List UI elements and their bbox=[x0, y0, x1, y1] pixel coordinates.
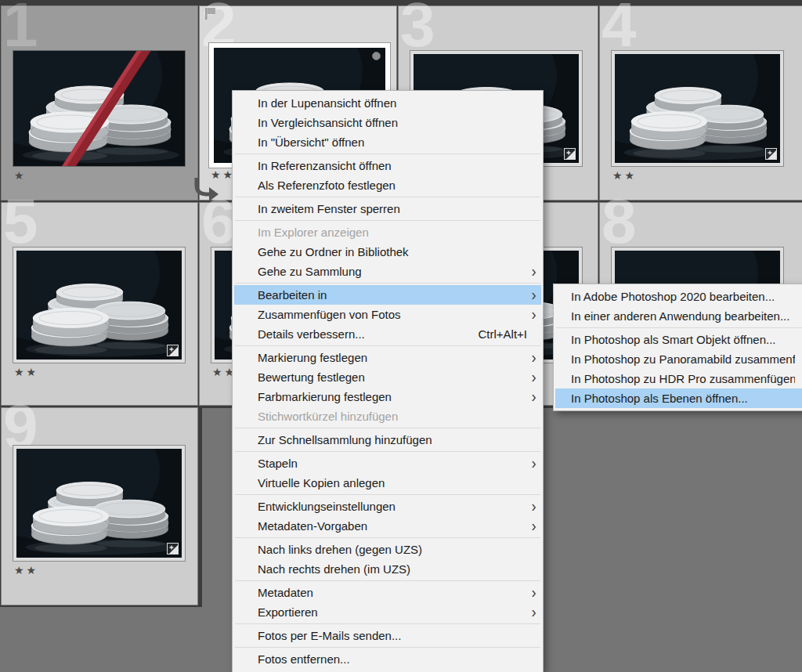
menu-item[interactable]: Virtuelle Kopien anlegen bbox=[234, 473, 541, 493]
menu-item-label: Fotos per E-Mails senden... bbox=[258, 629, 522, 642]
star-rating[interactable]: ★★ bbox=[612, 169, 637, 182]
menu-item-label: Metadaten-Vorgaben bbox=[258, 519, 522, 533]
chevron-right-icon: › bbox=[531, 453, 536, 471]
chevron-right-icon: › bbox=[531, 348, 536, 366]
menu-item[interactable]: Bearbeiten in › bbox=[234, 285, 541, 305]
menu-item-label: Fotos entfernen... bbox=[258, 652, 522, 666]
menu-item-label: In Photoshop als Ebenen öffnen... bbox=[571, 392, 795, 405]
menu-item[interactable]: Bewertung festlegen › bbox=[234, 367, 541, 387]
menu-item[interactable]: In der Lupenansicht öffnen bbox=[234, 93, 541, 113]
menu-item-label: In einer anderen Anwendung bearbeiten... bbox=[571, 309, 795, 323]
menu-item-label: Gehe zu Sammlung bbox=[258, 265, 522, 278]
chevron-right-icon: › bbox=[531, 305, 536, 323]
menu-item-label: Nach rechts drehen (im UZS) bbox=[258, 562, 522, 576]
adjustments-badge-icon bbox=[765, 148, 777, 160]
menu-item-label: In Photoshop zu Panoramabild zusammenfüg… bbox=[571, 352, 795, 366]
menu-item[interactable]: Farbmarkierung festlegen › bbox=[234, 387, 541, 406]
star-rating[interactable]: ★ bbox=[14, 169, 27, 182]
menu-item[interactable]: Metadaten-Vorgaben › bbox=[234, 516, 541, 536]
star-rating[interactable]: ★★ bbox=[14, 564, 38, 576]
adjustments-badge-icon bbox=[167, 543, 179, 555]
menu-item[interactable]: In einer anderen Anwendung bearbeiten... bbox=[555, 306, 802, 326]
menu-item[interactable]: Gehe zu Ordner in Bibliothek bbox=[234, 242, 541, 262]
menu-item-label: Farbmarkierung festlegen bbox=[258, 390, 522, 403]
photo-thumbnail[interactable] bbox=[611, 50, 784, 167]
photo-thumbnail[interactable] bbox=[13, 50, 186, 167]
menu-item-label: Exportieren bbox=[258, 605, 522, 619]
menu-item: Im Explorer anzeigen bbox=[234, 222, 541, 242]
chevron-right-icon: › bbox=[531, 285, 536, 303]
menu-item[interactable]: In Photoshop zu HDR Pro zusammenfügen... bbox=[555, 369, 802, 388]
menu-item-label: In Photoshop zu HDR Pro zusammenfügen... bbox=[571, 372, 795, 385]
menu-item[interactable]: Entwicklungseinstellungen › bbox=[234, 497, 541, 516]
menu-separator bbox=[556, 327, 802, 328]
menu-item[interactable]: Zusammenfügen von Fotos › bbox=[234, 305, 541, 324]
chevron-right-icon: › bbox=[531, 583, 536, 601]
menu-item[interactable]: In Referenzansicht öffnen bbox=[234, 156, 541, 175]
menu-item[interactable]: In Vergleichsansicht öffnen bbox=[234, 113, 541, 132]
adjustments-badge-icon bbox=[564, 148, 576, 160]
menu-item-label: Im Explorer anzeigen bbox=[258, 226, 522, 239]
menu-item-label: In Referenzansicht öffnen bbox=[258, 159, 522, 172]
menu-separator bbox=[235, 494, 540, 495]
menu-item-label: Zusammenfügen von Fotos bbox=[258, 308, 522, 321]
menu-item: Stichwortkürzel hinzufügen bbox=[234, 406, 541, 426]
menu-item-label: Als Referenzfoto festlegen bbox=[258, 179, 522, 192]
adjustments-badge-icon bbox=[167, 345, 179, 356]
menu-separator bbox=[235, 623, 540, 624]
menu-item[interactable]: In "Übersicht" öffnen bbox=[234, 132, 541, 152]
menu-item-label: In Adobe Photoshop 2020 bearbeiten... bbox=[571, 290, 795, 303]
menu-item[interactable]: Als Referenzfoto festlegen bbox=[234, 175, 541, 195]
menu-item[interactable]: Exportieren › bbox=[234, 602, 541, 622]
chevron-right-icon: › bbox=[531, 497, 536, 515]
photo-thumbnail[interactable] bbox=[13, 445, 186, 562]
menu-item-label: Metadaten bbox=[258, 586, 522, 599]
cell-index-number: 3 bbox=[400, 0, 434, 56]
menu-item-label: Bearbeiten in bbox=[258, 288, 522, 302]
menu-item[interactable]: Zur Schnellsammlung hinzufügen bbox=[234, 430, 541, 450]
grid-cell[interactable]: 5 ★★ bbox=[2, 203, 197, 405]
menu-item[interactable]: In zweitem Fenster sperren bbox=[234, 199, 541, 219]
menu-item[interactable]: In Photoshop zu Panoramabild zusammenfüg… bbox=[555, 349, 802, 369]
photoshop-submenu-items: In Adobe Photoshop 2020 bearbeiten... In… bbox=[554, 287, 802, 408]
chevron-right-icon: › bbox=[531, 602, 536, 620]
menu-separator bbox=[235, 220, 540, 221]
menu-item-label: Markierung festlegen bbox=[258, 351, 522, 364]
menu-item[interactable]: Metadaten › bbox=[234, 583, 541, 602]
grid-cell[interactable]: 9 ★★ bbox=[2, 408, 197, 605]
menu-separator bbox=[235, 451, 540, 452]
menu-item-label: In zweitem Fenster sperren bbox=[258, 202, 522, 215]
curved-arrow-cursor bbox=[193, 178, 219, 201]
menu-item-shortcut: Ctrl+Alt+I bbox=[478, 327, 527, 341]
menu-item-label: Nach links drehen (gegen UZS) bbox=[258, 543, 522, 556]
photo-thumbnail[interactable] bbox=[13, 247, 186, 363]
menu-item-label: Stichwortkürzel hinzufügen bbox=[258, 410, 522, 423]
menu-item[interactable]: In Photoshop als Ebenen öffnen... bbox=[555, 388, 802, 408]
menu-item[interactable]: Stapeln › bbox=[234, 453, 541, 473]
menu-item[interactable]: Nach rechts drehen (im UZS) bbox=[234, 559, 541, 579]
menu-separator bbox=[235, 647, 540, 648]
menu-item[interactable]: In Adobe Photoshop 2020 bearbeiten... bbox=[555, 287, 802, 306]
menu-item-label: Details verbessern... bbox=[258, 327, 464, 341]
grid-cell[interactable]: 4 ★★ bbox=[600, 6, 802, 200]
collection-dot-icon bbox=[372, 52, 381, 60]
context-menu-items: In der Lupenansicht öffnen In Vergleichs… bbox=[233, 93, 543, 669]
menu-item[interactable]: Fotos entfernen... bbox=[234, 649, 541, 669]
menu-item-label: Stapeln bbox=[258, 457, 522, 470]
menu-item[interactable]: Details verbessern... Ctrl+Alt+I bbox=[234, 324, 541, 344]
menu-separator bbox=[235, 283, 540, 284]
menu-item-label: In der Lupenansicht öffnen bbox=[258, 96, 522, 110]
menu-item-label: Entwicklungseinstellungen bbox=[258, 500, 522, 513]
menu-item[interactable]: Fotos per E-Mails senden... bbox=[234, 626, 541, 645]
menu-item[interactable]: Nach links drehen (gegen UZS) bbox=[234, 540, 541, 559]
menu-item[interactable]: In Photoshop als Smart Objekt öffnen... bbox=[555, 330, 802, 349]
cell-index-number: 1 bbox=[3, 0, 37, 56]
grid-cell[interactable]: 1 ★ bbox=[2, 6, 197, 200]
menu-item-label: In "Übersicht" öffnen bbox=[258, 135, 522, 149]
menu-separator bbox=[235, 537, 540, 538]
menu-item[interactable]: Markierung festlegen › bbox=[234, 348, 541, 367]
menu-item[interactable]: Gehe zu Sammlung › bbox=[234, 262, 541, 281]
star-rating[interactable]: ★★ bbox=[14, 366, 38, 378]
chevron-right-icon: › bbox=[531, 387, 536, 405]
flag-icon[interactable] bbox=[204, 7, 218, 20]
